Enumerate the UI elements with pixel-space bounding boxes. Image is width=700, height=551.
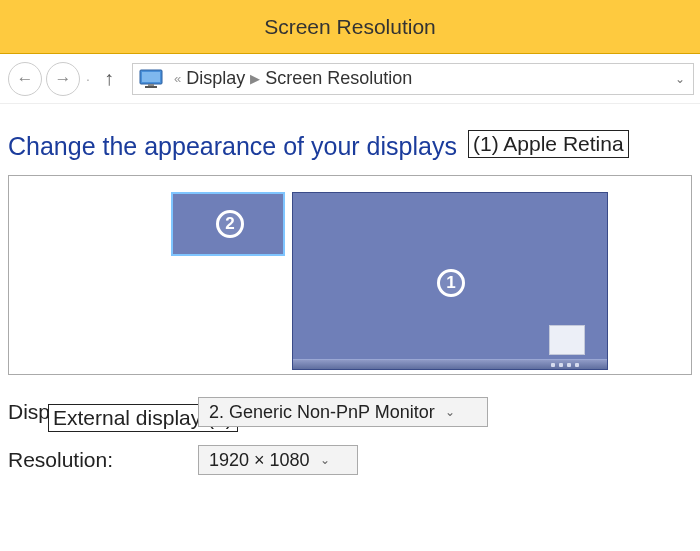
taskbar-tray-icon	[549, 325, 585, 355]
chevron-down-icon[interactable]: ⌄	[675, 72, 685, 86]
monitor-2-badge: 2	[216, 210, 244, 238]
annotation-apple-retina: (1) Apple Retina	[468, 130, 629, 158]
up-button[interactable]: ↑	[96, 66, 122, 92]
breadcrumb[interactable]: « Display ▶ Screen Resolution ⌄	[132, 63, 694, 95]
nav-row: ← → · ↑ « Display ▶ Screen Resolution ⌄	[0, 54, 700, 104]
resolution-dropdown[interactable]: 1920 × 1080 ⌄	[198, 445, 358, 475]
svg-rect-1	[142, 72, 160, 82]
display-dropdown-value: 2. Generic Non-PnP Monitor	[209, 402, 435, 423]
display-dropdown[interactable]: 2. Generic Non-PnP Monitor ⌄	[198, 397, 488, 427]
back-button[interactable]: ←	[8, 62, 42, 96]
taskbar-strip	[293, 359, 607, 369]
resolution-dropdown-value: 1920 × 1080	[209, 450, 310, 471]
chevron-down-icon: ⌄	[320, 453, 330, 467]
breadcrumb-sep-left: «	[169, 71, 186, 86]
taskbar-dots-icon	[551, 363, 579, 367]
content-area: Change the appearance of your displays (…	[0, 104, 700, 475]
chevron-right-icon: ▶	[245, 71, 265, 86]
svg-rect-3	[145, 86, 157, 88]
monitor-2[interactable]: 2	[171, 192, 285, 256]
monitor-1[interactable]: 1	[292, 192, 608, 370]
breadcrumb-item-screen-resolution[interactable]: Screen Resolution	[265, 68, 412, 89]
resolution-label: Resolution:	[8, 448, 198, 472]
chevron-down-icon: ⌄	[445, 405, 455, 419]
arrow-left-icon: ←	[17, 69, 34, 89]
breadcrumb-item-display[interactable]: Display	[186, 68, 245, 89]
arrow-right-icon: →	[55, 69, 72, 89]
display-layout-preview[interactable]: 2 1	[8, 175, 692, 375]
monitor-icon	[139, 69, 163, 89]
monitor-1-badge: 1	[437, 269, 465, 297]
window-title: Screen Resolution	[264, 15, 436, 39]
svg-rect-2	[148, 84, 154, 86]
nav-separator: ·	[82, 71, 92, 87]
window-title-bar: Screen Resolution	[0, 0, 700, 54]
forward-button[interactable]: →	[46, 62, 80, 96]
arrow-up-icon: ↑	[104, 67, 114, 90]
